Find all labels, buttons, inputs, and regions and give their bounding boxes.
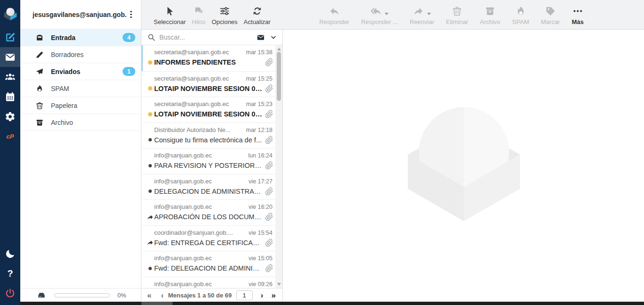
responder-todos-button[interactable]: Responder ... [361, 4, 398, 25]
toolbar-button-label: Archivo [480, 18, 500, 25]
moon-icon [5, 248, 16, 259]
webmail-logo[interactable] [0, 0, 20, 27]
message-subject-line: DELEGACION DE ADMINISTRADO... [143, 185, 274, 196]
reenviar-button[interactable]: Reenviar [410, 4, 434, 25]
toolbar-icon-row [485, 4, 495, 16]
sidebar-item-spam[interactable]: SPAM [20, 80, 141, 97]
eliminar-button[interactable]: Eliminar [446, 4, 468, 25]
message-list-scrollbar[interactable] [275, 45, 282, 288]
unread-dot-icon [148, 60, 152, 65]
logout-button[interactable] [0, 283, 20, 303]
message-row[interactable]: info@sanjuan.gob.ecvie 17:27DELEGACION D… [141, 174, 282, 200]
last-page-button[interactable]: » [272, 291, 276, 299]
tag-icon [545, 6, 556, 16]
account-menu-button[interactable] [127, 9, 135, 20]
message-row[interactable]: secretaria@sanjuan.gob.ecmar 15:23LOTAIP… [141, 97, 282, 123]
next-page-button[interactable]: › [261, 291, 264, 299]
archive-icon [35, 118, 44, 127]
sidebar-item-borradores[interactable]: Borradores [20, 46, 141, 63]
message-subject-line: INFORMES PENDIENTES [143, 56, 274, 66]
envelope-icon [256, 33, 266, 41]
message-row[interactable]: secretaria@sanjuan.gob.ecmar 15:38INFORM… [141, 45, 282, 71]
forwarded-arrow-icon [147, 214, 154, 221]
first-page-button[interactable]: « [147, 291, 151, 299]
trash-icon [35, 101, 44, 110]
dropdown-caret-icon[interactable] [427, 13, 431, 15]
rail-mail-button[interactable] [0, 47, 20, 67]
message-time: vie 09:26 [248, 281, 272, 288]
dropdown-caret-icon[interactable] [385, 13, 388, 15]
responder-button[interactable]: Responder [319, 4, 349, 25]
unread-count-badge: 1 [123, 67, 135, 76]
sidebar-item-entrada[interactable]: Entrada4 [20, 29, 141, 46]
scrollbar-thumb[interactable] [277, 52, 281, 101]
folder-label: Enviados [51, 68, 123, 75]
opciones-button[interactable]: Opciones [212, 4, 238, 25]
search-bar [141, 30, 282, 45]
search-input[interactable] [159, 33, 256, 41]
message-status-indicator [146, 138, 154, 141]
sidebar-item-papelera[interactable]: Papelera [20, 97, 141, 114]
read-dot-icon [149, 164, 152, 167]
message-status-indicator [146, 214, 154, 221]
message-row[interactable]: info@sanjuan.gob.ecvie 15:05Fwd: DELEGAC… [141, 251, 282, 277]
attachment-paperclip-icon [265, 84, 273, 93]
sidebar-item-archivo[interactable]: Archivo [20, 114, 141, 131]
toolbar-icon-row [219, 4, 230, 16]
mail-source-dropdown[interactable] [256, 33, 277, 41]
scroll-down-arrow-icon[interactable] [277, 283, 281, 286]
rail-settings-button[interactable] [0, 107, 20, 126]
rail-contacts-button[interactable] [0, 67, 20, 87]
compose-button[interactable] [0, 27, 20, 47]
refresh-icon [252, 6, 263, 16]
search-icon [147, 33, 156, 41]
sidebar-item-enviados[interactable]: Enviados1 [20, 63, 141, 80]
hilos-button[interactable]: Hilos [192, 4, 206, 25]
horizontal-scrollbar-thumb[interactable] [141, 302, 173, 305]
message-meta-line: secretaria@sanjuan.gob.ecmar 15:38 [143, 45, 274, 56]
forward-icon [413, 6, 424, 16]
toolbar-button-label: Responder ... [361, 18, 398, 25]
quota-percent: 0% [117, 292, 126, 299]
message-meta-line: info@sanjuan.gob.eclun 16:24 [143, 148, 274, 159]
cursor-icon [165, 6, 175, 16]
message-row[interactable]: coordinador@sanjuan.gob....vie 15:54Fwd:… [141, 225, 282, 251]
help-button[interactable]: ? [0, 264, 20, 283]
message-sender: info@sanjuan.gob.ec [154, 203, 244, 210]
read-dot-icon [149, 190, 152, 193]
message-row[interactable]: info@sanjuan.gob.ecvie 16:20APROBACIÓN D… [141, 199, 282, 225]
message-row[interactable]: Distribuidor Autorizado Ne...mar 12:18Co… [141, 123, 282, 148]
marcar-button[interactable]: Marcar [541, 4, 560, 25]
toolbar-icon-row [329, 4, 340, 16]
message-row[interactable]: info@sanjuan.gob.ecvie 09:26 [141, 277, 282, 289]
flame-icon [35, 84, 44, 93]
rail-cpanel-button[interactable]: cP [0, 126, 20, 146]
rail-calendar-button[interactable] [0, 87, 20, 107]
message-time: mar 15:38 [246, 49, 272, 56]
help-icon: ? [7, 268, 13, 279]
attachment-paperclip-icon [265, 161, 273, 170]
dark-mode-button[interactable] [0, 244, 20, 264]
power-icon [5, 288, 16, 299]
mas-button[interactable]: Más [572, 4, 584, 25]
attachment-paperclip-icon [265, 264, 273, 272]
message-status-indicator [146, 190, 154, 193]
horizontal-scrollbar[interactable] [20, 302, 644, 305]
archivo-button[interactable]: Archivo [480, 4, 500, 25]
scroll-up-arrow-icon[interactable] [277, 48, 281, 50]
toolbar-icon-row [371, 4, 388, 16]
page-number-input[interactable] [236, 290, 253, 300]
message-row[interactable]: secretaria@sanjuan.gob.ecmar 15:25LOTAIP… [141, 71, 282, 97]
quota-progress-bar [54, 293, 110, 297]
actualizar-button[interactable]: Actualizar [244, 4, 271, 25]
spam-button[interactable]: SPAM [512, 4, 529, 25]
message-meta-line: secretaria@sanjuan.gob.ecmar 15:23 [143, 97, 274, 107]
message-subject: DELEGACION DE ADMINISTRADO... [154, 188, 263, 195]
folder-label: Borradores [51, 51, 135, 58]
message-subject: Fwd: ENTREGA DE CERTIFICACIÓ... [154, 239, 263, 247]
toolbar-button-label: Marcar [541, 18, 560, 25]
message-row[interactable]: info@sanjuan.gob.eclun 16:24PARA REVISIO… [141, 148, 282, 174]
rail-bottom-group: ? [0, 244, 20, 303]
message-status-indicator [146, 112, 154, 116]
seleccionar-button[interactable]: Seleccionar [154, 4, 186, 25]
